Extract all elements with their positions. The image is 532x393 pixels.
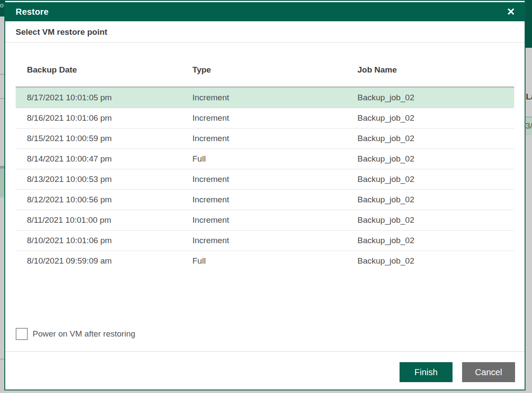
cell-backup-date: 8/12/2021 10:00:56 pm xyxy=(16,195,181,205)
background-sidebar-divider xyxy=(0,74,4,75)
restore-dialog: Restore ✕ Select VM restore point Backup… xyxy=(4,0,525,390)
cell-type: Increment xyxy=(181,113,346,123)
cell-job-name: Backup_job_02 xyxy=(346,256,514,266)
cell-backup-date: 8/11/2021 10:01:00 pm xyxy=(16,215,181,225)
dialog-subtitle: Select VM restore point xyxy=(16,27,514,37)
cell-backup-date: 8/10/2021 10:01:06 pm xyxy=(16,236,181,245)
cancel-button[interactable]: Cancel xyxy=(462,362,515,382)
cell-type: Increment xyxy=(181,93,346,102)
background-app-header-right xyxy=(525,0,532,48)
power-on-checkbox-label: Power on VM after restoring xyxy=(33,329,135,339)
background-text-fragment: o xyxy=(0,1,3,9)
cell-type: Increment xyxy=(181,175,346,184)
cell-type: Full xyxy=(181,154,346,164)
table-row[interactable]: 8/13/2021 10:00:53 pm Increment Backup_j… xyxy=(16,169,514,190)
cell-backup-date: 8/17/2021 10:01:05 pm xyxy=(16,93,181,102)
cell-type: Increment xyxy=(181,195,346,205)
background-selected-row-fragment: 3/ xyxy=(525,118,532,135)
table-row[interactable]: 8/10/2021 10:01:06 pm Increment Backup_j… xyxy=(16,231,514,251)
cell-job-name: Backup_job_02 xyxy=(346,215,514,225)
cell-job-name: Backup_job_02 xyxy=(346,93,514,102)
table-row[interactable]: 8/14/2021 10:00:47 pm Full Backup_job_02 xyxy=(16,149,514,169)
restore-points-table: Backup Date Type Job Name 8/17/2021 10:0… xyxy=(16,43,514,271)
table-row[interactable]: 8/16/2021 10:01:06 pm Increment Backup_j… xyxy=(16,108,514,129)
background-sidebar xyxy=(0,17,4,393)
background-app-header-left: o xyxy=(0,0,4,17)
column-header-backup-date: Backup Date xyxy=(16,65,181,75)
dialog-footer: Finish Cancel xyxy=(5,351,525,390)
cell-backup-date: 8/16/2021 10:01:06 pm xyxy=(16,113,181,123)
column-header-job-name: Job Name xyxy=(346,65,514,75)
cell-backup-date: 8/10/2021 09:59:09 am xyxy=(16,256,181,266)
cell-job-name: Backup_job_02 xyxy=(346,236,514,245)
column-header-type: Type xyxy=(181,65,346,75)
table-row[interactable]: 8/15/2021 10:00:59 pm Increment Backup_j… xyxy=(16,129,514,149)
table-row[interactable]: 8/11/2021 10:01:00 pm Increment Backup_j… xyxy=(16,210,514,231)
table-header-row: Backup Date Type Job Name xyxy=(16,43,514,88)
dialog-titlebar: Restore ✕ xyxy=(5,2,525,21)
cell-type: Increment xyxy=(181,236,346,245)
cell-job-name: Backup_job_02 xyxy=(346,195,514,205)
background-date-fragment: 3/ xyxy=(525,121,532,131)
cell-type: Increment xyxy=(181,134,346,143)
cell-type: Full xyxy=(181,256,346,266)
table-body: 8/17/2021 10:01:05 pm Increment Backup_j… xyxy=(16,88,514,271)
background-table-edge: La 3/ xyxy=(525,48,532,393)
cell-job-name: Backup_job_02 xyxy=(346,154,514,164)
cell-job-name: Backup_job_02 xyxy=(346,134,514,143)
cell-type: Increment xyxy=(181,215,346,225)
cell-backup-date: 8/13/2021 10:00:53 pm xyxy=(16,175,181,184)
finish-button[interactable]: Finish xyxy=(400,362,453,382)
background-sidebar-divider xyxy=(0,359,4,360)
power-on-option: Power on VM after restoring xyxy=(16,328,514,340)
cell-job-name: Backup_job_02 xyxy=(346,113,514,123)
background-sidebar-selected-item xyxy=(0,166,4,198)
cell-job-name: Backup_job_02 xyxy=(346,175,514,184)
dialog-title: Restore xyxy=(16,7,49,17)
cell-backup-date: 8/15/2021 10:00:59 pm xyxy=(16,134,181,143)
power-on-checkbox[interactable] xyxy=(16,328,28,340)
cell-backup-date: 8/14/2021 10:00:47 pm xyxy=(16,154,181,164)
table-row[interactable]: 8/17/2021 10:01:05 pm Increment Backup_j… xyxy=(16,88,514,108)
table-row[interactable]: 8/10/2021 09:59:09 am Full Backup_job_02 xyxy=(16,251,514,271)
table-row[interactable]: 8/12/2021 10:00:56 pm Increment Backup_j… xyxy=(16,190,514,210)
close-icon[interactable]: ✕ xyxy=(507,7,515,17)
background-column-header-fragment: La xyxy=(526,92,532,102)
background-sidebar-divider xyxy=(0,98,4,99)
